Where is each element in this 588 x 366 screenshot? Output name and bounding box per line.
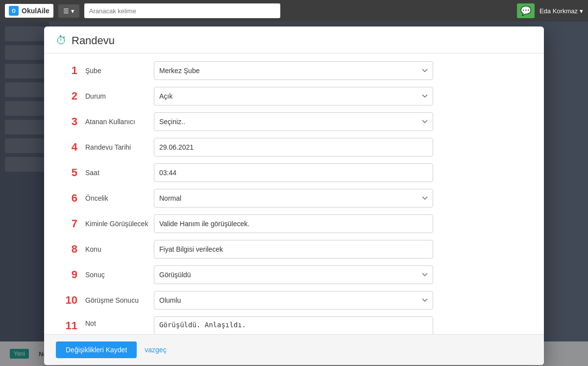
- field-saat: 5 Saat: [56, 163, 532, 182]
- modal-header: ⏱ Randevu: [44, 26, 544, 53]
- step-6: 6: [56, 192, 85, 205]
- step-8: 8: [56, 243, 85, 256]
- input-kiminle[interactable]: [154, 214, 433, 233]
- brand-logo[interactable]: O OkulAile: [5, 4, 53, 18]
- select-oncelik[interactable]: Normal Düşük Yüksek: [154, 189, 433, 208]
- field-durum: 2 Durum Açık Kapalı: [56, 87, 532, 105]
- label-tarih: Randevu Tarihi: [85, 143, 154, 151]
- user-dropdown-icon: ▾: [580, 7, 583, 15]
- field-sube: 1 Şube Merkez Şube: [56, 61, 532, 80]
- label-gorusme-sonucu: Görüşme Sonucu: [85, 296, 154, 304]
- step-10: 10: [56, 294, 85, 307]
- field-gorusme-sonucu: 10 Görüşme Sonucu Olumlu Olumsuz: [56, 291, 532, 310]
- step-7: 7: [56, 217, 85, 230]
- modal-overlay: ⏱ Randevu 1 Şube Merkez Şube 2 Durum Açı…: [0, 22, 588, 366]
- field-not: 11 Not Görüşüldü. Anlaşıldı.: [56, 316, 532, 334]
- cancel-button[interactable]: vazgeç: [145, 346, 166, 354]
- label-kiminle: Kiminle Görüşülecek: [85, 220, 154, 228]
- randevu-modal: ⏱ Randevu 1 Şube Merkez Şube 2 Durum Açı…: [44, 26, 544, 365]
- field-tarih: 4 Randevu Tarihi: [56, 138, 532, 157]
- step-1: 1: [56, 64, 85, 77]
- step-4: 4: [56, 141, 85, 154]
- step-3: 3: [56, 115, 85, 128]
- label-atanan: Atanan Kullanıcı: [85, 118, 154, 126]
- label-sube: Şube: [85, 67, 154, 75]
- label-oncelik: Öncelik: [85, 194, 154, 202]
- modal-body: 1 Şube Merkez Şube 2 Durum Açık Kapalı 3…: [44, 53, 544, 334]
- label-sonuc: Sonuç: [85, 271, 154, 279]
- label-durum: Durum: [85, 92, 154, 100]
- chat-icon[interactable]: 💬: [517, 3, 535, 18]
- field-konu: 8 Konu: [56, 240, 532, 259]
- brand-icon: O: [9, 6, 19, 16]
- input-saat[interactable]: [154, 163, 433, 182]
- modal-footer: Değişiklikleri Kaydet vazgeç: [44, 334, 544, 365]
- navbar: O OkulAile ☰ ▾ 💬 Eda Korkmaz ▾: [0, 0, 588, 22]
- select-durum[interactable]: Açık Kapalı: [154, 87, 433, 105]
- field-kiminle: 7 Kiminle Görüşülecek: [56, 214, 532, 233]
- menu-dropdown-icon: ▾: [71, 7, 74, 15]
- hamburger-icon: ☰: [63, 7, 69, 15]
- clock-icon: ⏱: [56, 34, 67, 47]
- step-2: 2: [56, 90, 85, 103]
- modal-title: Randevu: [72, 34, 115, 47]
- field-atanan: 3 Atanan Kullanıcı Seçiniz..: [56, 112, 532, 131]
- select-gorusme-sonucu[interactable]: Olumlu Olumsuz: [154, 291, 433, 310]
- user-name: Eda Korkmaz: [539, 7, 578, 15]
- field-oncelik: 6 Öncelik Normal Düşük Yüksek: [56, 189, 532, 208]
- field-sonuc: 9 Sonuç Görüşüldü Görüşülmedi: [56, 265, 532, 284]
- brand-text: OkulAile: [22, 7, 49, 15]
- label-konu: Konu: [85, 245, 154, 253]
- user-menu[interactable]: Eda Korkmaz ▾: [539, 7, 583, 15]
- step-9: 9: [56, 268, 85, 281]
- select-sonuc[interactable]: Görüşüldü Görüşülmedi: [154, 265, 433, 284]
- input-tarih[interactable]: [154, 138, 433, 157]
- label-not: Not: [85, 316, 154, 327]
- input-konu[interactable]: [154, 240, 433, 259]
- select-atanan[interactable]: Seçiniz..: [154, 112, 433, 131]
- save-button[interactable]: Değişiklikleri Kaydet: [56, 341, 137, 358]
- menu-button[interactable]: ☰ ▾: [58, 4, 79, 18]
- search-input[interactable]: [84, 3, 280, 18]
- select-sube[interactable]: Merkez Şube: [154, 61, 433, 80]
- step-5: 5: [56, 166, 85, 179]
- label-saat: Saat: [85, 169, 154, 177]
- textarea-not[interactable]: Görüşüldü. Anlaşıldı.: [154, 316, 433, 334]
- step-11: 11: [56, 316, 85, 332]
